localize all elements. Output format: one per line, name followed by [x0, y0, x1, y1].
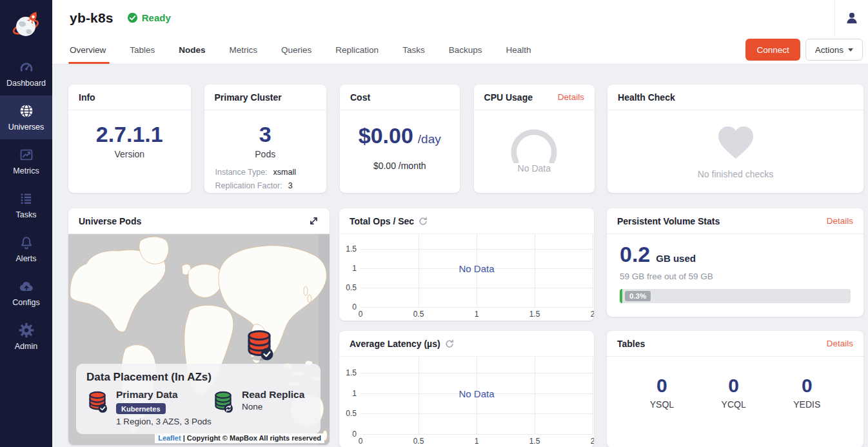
info-card-title: Info	[79, 92, 95, 103]
read-replica-label: Read Replica	[242, 389, 304, 401]
read-replica-legend: Read Replica None	[212, 389, 304, 426]
legend-title: Data Placement (In AZs)	[86, 371, 310, 384]
avg-latency-chart: 2 1.5 1 0.5 0 0 0.5 1 1.5 2 No Data	[339, 357, 594, 447]
attribution-text: | Copyright © MapBox All rights reserved	[183, 434, 321, 442]
expand-icon[interactable]	[308, 215, 319, 226]
replica-database-icon	[212, 390, 234, 415]
pv-title: Persistent Volume Stats	[617, 216, 720, 226]
tab-health[interactable]: Health	[506, 35, 531, 64]
alerts-bell-icon	[19, 235, 34, 250]
cost-per-day: $0.00	[359, 124, 413, 146]
leaflet-link[interactable]: Leaflet	[158, 434, 181, 442]
tab-tables[interactable]: Tables	[130, 35, 155, 64]
avg-latency-no-data: No Data	[459, 388, 494, 399]
pv-details-link[interactable]: Details	[827, 216, 853, 226]
connect-button[interactable]: Connect	[745, 39, 800, 61]
gauge-arc-icon	[506, 119, 562, 163]
cpu-details-link[interactable]: Details	[558, 92, 584, 102]
version-value: 2.7.1.1	[68, 123, 191, 145]
pv-usage-fill	[620, 289, 622, 303]
health-check-title: Health Check	[618, 92, 675, 103]
version-label: Version	[68, 149, 191, 159]
universe-pods-card: Universe Pods	[68, 208, 330, 445]
sidebar-item-universes[interactable]: Universes	[0, 95, 52, 139]
cpu-no-data: No Data	[518, 163, 551, 174]
actions-label: Actions	[815, 45, 843, 55]
persistent-volume-card: Persistent Volume Stats Details 0.2 GB u…	[607, 208, 863, 317]
primary-cluster-card: Primary Cluster 3 Pods Instance Type: xs…	[204, 84, 327, 193]
primary-data-label: Primary Data	[116, 389, 212, 401]
cost-card: Cost $0.00 /day $0.00 /month	[340, 84, 460, 193]
tab-tasks[interactable]: Tasks	[402, 35, 425, 64]
avg-latency-title: Average Latency (µs)	[350, 339, 440, 349]
primary-database-icon	[86, 390, 108, 415]
cost-card-title: Cost	[350, 92, 370, 103]
sidebar-item-dashboard[interactable]: Dashboard	[0, 52, 52, 95]
universe-title: yb-k8s	[70, 10, 113, 26]
pv-percent-badge: 0.3%	[625, 291, 651, 301]
sidebar-item-admin[interactable]: Admin	[0, 315, 52, 359]
tab-nodes[interactable]: Nodes	[179, 35, 205, 64]
total-ops-chart: 2 1.5 1 0.5 0 0 0.5 1 1.5 2 No Data	[339, 234, 594, 321]
map-attribution: Leaflet | Copyright © MapBox All rights …	[155, 433, 324, 443]
sidebar-item-tasks[interactable]: Tasks	[0, 183, 52, 227]
tab-bar: Overview Tables Nodes Metrics Queries Re…	[52, 35, 868, 65]
replication-factor-row: Replication Factor: 3	[215, 179, 316, 193]
actions-dropdown[interactable]: Actions	[805, 39, 863, 61]
tab-metrics[interactable]: Metrics	[230, 35, 258, 64]
yugabyte-logo[interactable]	[0, 0, 52, 52]
status-badge: Ready	[127, 12, 171, 23]
tables-title: Tables	[617, 339, 645, 349]
pods-count: 3	[204, 123, 327, 145]
primary-data-marker[interactable]	[244, 328, 275, 362]
pv-usage-bar: 0.3%	[620, 289, 851, 303]
world-map[interactable]: Data Placement (In AZs)	[68, 234, 330, 445]
tab-backups[interactable]: Backups	[449, 35, 482, 64]
tab-queries[interactable]: Queries	[281, 35, 311, 64]
sidebar-item-alerts[interactable]: Alerts	[0, 227, 52, 271]
dashboard-gauge-icon	[19, 59, 34, 75]
cpu-usage-card: CPU Usage Details No Data	[474, 84, 595, 193]
health-no-checks: No finished checks	[698, 169, 774, 179]
chevron-down-icon	[848, 48, 853, 52]
total-ops-no-data: No Data	[459, 263, 494, 274]
tab-replication[interactable]: Replication	[335, 35, 379, 64]
status-label: Ready	[142, 12, 171, 23]
admin-gear-icon	[19, 323, 34, 338]
sidebar-item-configs[interactable]: Configs	[0, 271, 52, 315]
data-placement-legend: Data Placement (In AZs)	[76, 364, 321, 434]
cpu-usage-title: CPU Usage	[484, 92, 533, 103]
pv-free-text: 59 GB free out of 59 GB	[620, 272, 851, 281]
yedis-counter: 0 YEDIS	[793, 376, 820, 410]
sidebar-item-metrics[interactable]: Metrics	[0, 139, 52, 183]
tab-overview[interactable]: Overview	[70, 35, 106, 64]
top-bar: yb-k8s Ready	[52, 0, 868, 35]
info-card: Info 2.7.1.1 Version	[68, 84, 191, 193]
placement-summary: 1 Region, 3 AZS, 3 Pods	[116, 417, 212, 426]
read-replica-value: None	[242, 402, 304, 412]
tables-details-link[interactable]: Details	[827, 339, 853, 348]
pv-used-value: 0.2	[620, 243, 650, 265]
health-check-card: Health Check No finished checks	[607, 84, 863, 193]
instance-type-row: Instance Type: xsmall	[215, 166, 316, 179]
tables-card: Tables Details 0 YSQL 0 YCQL 0 YEDIS	[607, 331, 863, 447]
avg-latency-card: Average Latency (µs) 2 1.5 1 0.5	[339, 331, 594, 447]
metrics-chart-icon	[19, 147, 34, 163]
cost-day-unit: /day	[418, 132, 441, 146]
primary-cluster-title: Primary Cluster	[215, 92, 282, 103]
cost-per-month: $0.00 /month	[340, 161, 460, 171]
tasks-list-icon	[19, 191, 34, 206]
total-ops-card: Total Ops / Sec 2 1.5 1 0.5 0	[339, 208, 594, 321]
total-ops-title: Total Ops / Sec	[350, 216, 414, 226]
ysql-counter: 0 YSQL	[650, 376, 674, 410]
heart-icon	[716, 124, 756, 161]
kubernetes-badge: Kubernetes	[116, 403, 166, 414]
ycql-counter: 0 YCQL	[722, 376, 746, 410]
globe-icon	[19, 103, 34, 119]
refresh-icon[interactable]	[419, 217, 428, 226]
refresh-icon[interactable]	[445, 339, 454, 348]
universe-pods-title: Universe Pods	[79, 216, 141, 226]
sidebar: Dashboard Universes Metrics Tasks Alerts…	[0, 0, 52, 447]
user-menu[interactable]	[834, 0, 868, 35]
user-icon	[845, 11, 859, 25]
